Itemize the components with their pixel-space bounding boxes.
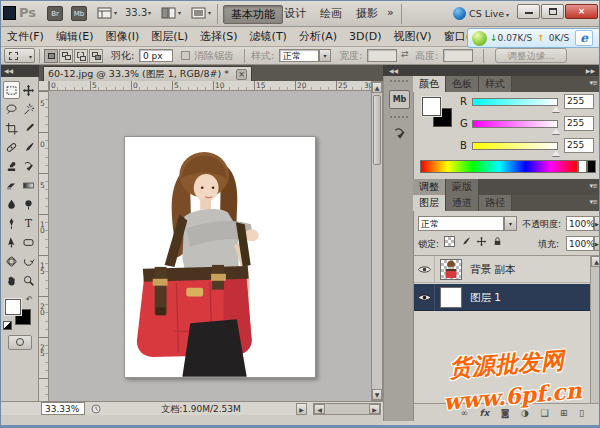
tab-styles[interactable]: 样式: [479, 76, 512, 92]
net-speed-monitor[interactable]: ↓ 0.07K/S ↑ 0K/S e: [467, 28, 600, 48]
channel-r-value[interactable]: 255: [564, 94, 594, 109]
foreground-color-swatch[interactable]: [5, 299, 21, 315]
selection-intersect-button[interactable]: [89, 49, 103, 63]
workspace-essentials-button[interactable]: 基本功能: [223, 5, 283, 24]
horizontal-ruler[interactable]: 0 5 0 5 10 15 20 25 30: [49, 81, 371, 91]
width-input[interactable]: [367, 49, 397, 62]
color-spectrum-bar[interactable]: [420, 160, 578, 173]
swap-colors-icon[interactable]: ↶: [26, 295, 33, 304]
maximize-button[interactable]: [541, 4, 564, 19]
layer-name[interactable]: 图层 1: [470, 291, 501, 305]
tool-pen[interactable]: [3, 214, 20, 232]
selection-new-button[interactable]: [44, 49, 58, 63]
arrange-dropdown-icon[interactable]: ▾: [178, 9, 181, 16]
menu-view[interactable]: 视图(V): [388, 27, 438, 46]
scroll-down-icon[interactable]: ▼: [372, 389, 382, 400]
vertical-ruler[interactable]: 5 0 5 10 15 20 25: [39, 91, 49, 401]
height-input[interactable]: [443, 49, 473, 62]
ie-browser-icon[interactable]: e: [575, 30, 593, 46]
tool-dodge[interactable]: [20, 195, 37, 213]
spectrum-white-swatch[interactable]: [578, 160, 587, 173]
view-extras-button[interactable]: [97, 7, 113, 23]
fill-spinner-icon[interactable]: ▶: [594, 236, 600, 251]
channel-g-value[interactable]: 255: [564, 116, 594, 131]
new-group-icon[interactable]: ❑: [540, 408, 548, 418]
layer-thumbnail[interactable]: [440, 259, 462, 280]
opacity-spinner-icon[interactable]: ▶: [594, 216, 600, 231]
canvas-vertical-scrollbar[interactable]: ▲ ▼: [371, 81, 383, 401]
blend-mode-select[interactable]: 正常: [418, 216, 504, 231]
channel-b-slider[interactable]: [472, 142, 558, 150]
quick-mask-button[interactable]: [8, 335, 32, 350]
tool-lasso[interactable]: [3, 100, 20, 118]
tab-swatches[interactable]: 色板: [446, 76, 479, 92]
tool-3d-rotate[interactable]: [3, 252, 20, 270]
canvas-horizontal-scrollbar[interactable]: ◀ ▶: [313, 403, 381, 415]
visibility-toggle[interactable]: [414, 256, 435, 283]
tool-brush[interactable]: [20, 138, 37, 156]
delete-layer-icon[interactable]: ▯: [579, 408, 584, 418]
tool-path-selection[interactable]: [3, 233, 20, 251]
menu-filter[interactable]: 滤镜(T): [244, 27, 293, 46]
tab-masks[interactable]: 蒙版: [446, 179, 479, 195]
history-panel-icon[interactable]: [389, 124, 410, 143]
status-more-icon[interactable]: ▶: [296, 403, 307, 415]
tool-hand[interactable]: [3, 271, 20, 289]
color-panel-menu-icon[interactable]: ▾≡: [590, 79, 597, 87]
toolbox-header[interactable]: ◀◀: [1, 65, 39, 77]
adjustment-layer-icon[interactable]: ◑: [521, 408, 529, 418]
workspace-painting-button[interactable]: 绘画: [313, 5, 349, 22]
tool-magic-wand[interactable]: [20, 100, 37, 118]
menu-file[interactable]: 文件(F): [1, 27, 50, 46]
arrange-documents-button[interactable]: [161, 7, 177, 23]
layer-list-scrollbar[interactable]: ▲: [590, 256, 600, 404]
antialias-checkbox[interactable]: [181, 51, 190, 60]
minimize-button[interactable]: [517, 4, 540, 19]
tab-layers[interactable]: 图层: [413, 195, 446, 211]
tool-preset-picker[interactable]: ▾: [4, 48, 35, 63]
scroll-up-icon[interactable]: ▲: [372, 82, 382, 93]
cslive-button[interactable]: CS Live: [469, 8, 504, 19]
menu-edit[interactable]: 编辑(E): [50, 27, 100, 46]
workspace-design-button[interactable]: 设计: [277, 5, 313, 22]
channel-r-thumb[interactable]: [552, 106, 560, 112]
mini-bridge-panel-icon[interactable]: Mb: [389, 90, 410, 109]
dock-collapse-icon[interactable]: ◀◀: [389, 65, 398, 76]
bridge-button[interactable]: Br: [47, 6, 63, 21]
visibility-toggle[interactable]: [414, 284, 435, 311]
lock-pixels-icon[interactable]: [460, 236, 471, 247]
tab-paths[interactable]: 路径: [479, 195, 512, 211]
tab-channels[interactable]: 通道: [446, 195, 479, 211]
speedball-icon[interactable]: [472, 31, 487, 46]
menu-image[interactable]: 图像(I): [99, 27, 145, 46]
screen-mode-button[interactable]: [191, 7, 207, 23]
channel-b-value[interactable]: 255: [564, 138, 594, 153]
blend-mode-dropdown-icon[interactable]: ▾: [504, 216, 517, 231]
selection-subtract-button[interactable]: [74, 49, 88, 63]
screen-mode-dropdown-icon[interactable]: ▾: [208, 9, 211, 16]
tool-rectangular-marquee[interactable]: [3, 81, 20, 99]
dock-expand-icon[interactable]: ▶▶: [586, 65, 595, 76]
tool-move[interactable]: [20, 81, 37, 99]
tool-shape[interactable]: [20, 233, 37, 251]
layers-panel-menu-icon[interactable]: ▾≡: [590, 198, 597, 206]
dock-collapse-bar[interactable]: ◀◀ ▶▶: [383, 65, 600, 76]
document-tab-close-icon[interactable]: ×: [236, 69, 247, 80]
menu-layer[interactable]: 图层(L): [145, 27, 194, 46]
document-tab[interactable]: 60-12.jpg @ 33.3% (图层 1, RGB/8#) * ×: [43, 66, 252, 81]
adjustments-panel-menu-icon[interactable]: ▾≡: [590, 182, 597, 190]
tool-clone-stamp[interactable]: [3, 157, 20, 175]
document-image[interactable]: [124, 136, 316, 378]
swap-dimensions-icon[interactable]: ⇄: [401, 49, 409, 59]
ruler-origin[interactable]: [39, 81, 49, 91]
tool-history-brush[interactable]: [20, 157, 37, 175]
default-colors-icon[interactable]: [3, 321, 12, 330]
tool-healing-brush[interactable]: [3, 138, 20, 156]
zoom-level-value[interactable]: 33.3: [125, 7, 147, 18]
canvas-area[interactable]: [49, 91, 371, 401]
close-button[interactable]: ×: [565, 4, 598, 19]
opacity-value[interactable]: 100%: [566, 216, 594, 231]
tool-crop[interactable]: [3, 119, 20, 137]
channel-b-thumb[interactable]: [552, 150, 560, 156]
spectrum-black-swatch[interactable]: [587, 160, 596, 173]
